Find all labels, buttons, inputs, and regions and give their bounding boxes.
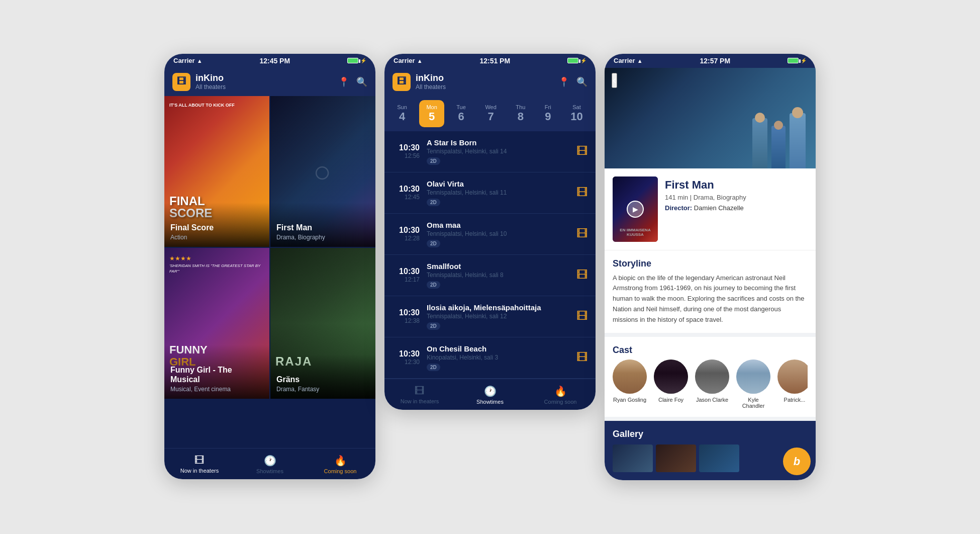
showtime-2[interactable]: 10:30 12:28 Oma maa Tennispalatsi, Helsi… (384, 214, 596, 255)
nav-showtimes-1[interactable]: 🕐 Showtimes (235, 449, 305, 479)
bottom-nav-2: 🎞 Now in theaters 🕐 Showtimes 🔥 Coming s… (384, 379, 596, 410)
movie-hero: ‹ (605, 68, 816, 168)
nav-coming-soon-2[interactable]: 🔥 Coming soon (525, 379, 596, 410)
app-logo-1: 🎞 (172, 73, 190, 91)
app-header-2: 🎞 inKino All theaters 📍 🔍 (384, 68, 596, 96)
battery-bar-3 (788, 58, 799, 63)
location-icon-1[interactable]: 📍 (338, 76, 349, 87)
cast-kyle-chandler[interactable]: Kyle Chandler (736, 360, 770, 409)
storyline-section: Storyline A biopic on the life of the le… (605, 250, 816, 333)
time-2: 12:51 PM (479, 57, 510, 65)
date-thu-8[interactable]: Thu 8 (509, 100, 532, 127)
app-subtitle-2: All theaters (416, 83, 553, 91)
title-grans: Gräns (276, 375, 369, 384)
nav-film-icon-1: 🎞 (194, 455, 205, 466)
gallery-thumb-1[interactable] (613, 444, 653, 472)
movie-grid: IT'S ALL ABOUT TO KICK OFF FINALSCORE Fi… (164, 96, 375, 399)
app-title-group-1: inKino All theaters (195, 73, 333, 91)
title-first-man: First Man (276, 223, 369, 232)
date-sat-10[interactable]: Sat 10 (563, 100, 590, 127)
date-num-5: 5 (429, 110, 435, 123)
showtime-time-4: 10:30 12:38 (393, 308, 420, 324)
nav-now-in-theaters-1[interactable]: 🎞 Now in theaters (164, 449, 235, 479)
movie-card-grans[interactable]: RAJA Gräns Drama, Fantasy (270, 248, 375, 399)
nav-showtimes-2[interactable]: 🕐 Showtimes (455, 379, 525, 410)
search-icon-1[interactable]: 🔍 (356, 76, 367, 87)
status-bar-2: Carrier ▲ 12:51 PM ⚡ (384, 54, 596, 68)
movie-card-funny-girl[interactable]: ★★★★ 'SHERIDAN SMITH IS "THE GREATEST ST… (164, 248, 269, 399)
date-num-6: 6 (458, 110, 464, 123)
date-tue-6[interactable]: Tue 6 (449, 100, 473, 127)
lightning-icon-2: ⚡ (580, 58, 586, 63)
showtime-time-0: 10:30 12:56 (393, 143, 420, 159)
nav-label-coming-1: Coming soon (324, 468, 357, 474)
detail-top: EN IIMMAISENAKUUSSA ▶ First Man 141 min … (613, 176, 808, 242)
name-ryan-gosling: Ryan Gosling (613, 397, 646, 403)
title-funny-girl: Funny Girl - The Musical (170, 365, 263, 384)
wifi-icon-1: ▲ (197, 58, 203, 64)
detail-info: First Man 141 min | Drama, Biography Dir… (665, 176, 808, 212)
play-button[interactable]: ▶ (613, 176, 658, 242)
showtime-time-3: 10:30 12:17 (393, 267, 420, 283)
carrier-1: Carrier ▲ (173, 57, 203, 64)
header-icons-1: 📍 🔍 (338, 76, 367, 87)
nav-flame-icon-2: 🔥 (554, 385, 567, 397)
genre-grans: Drama, Fantasy (276, 386, 369, 393)
gallery-thumb-2[interactable] (656, 444, 696, 472)
tagline-final-score: IT'S ALL ABOUT TO KICK OFF (169, 102, 264, 109)
movie-card-final-score[interactable]: IT'S ALL ABOUT TO KICK OFF FINALSCORE Fi… (164, 96, 269, 247)
overlay-first-man: First Man Drama, Biography (270, 203, 375, 246)
showtime-3[interactable]: 10:30 12:17 Smallfoot Tennispalatsi, Hel… (384, 255, 596, 296)
name-patrick: Patrick... (784, 397, 806, 403)
gallery-grid (613, 444, 808, 472)
showtime-info-1: Olavi Virta Tennispalatsi, Helsinki, sal… (427, 180, 569, 206)
storyline-text: A biopic on the life of the legendary Am… (613, 273, 808, 325)
cast-patrick[interactable]: Patrick... (777, 360, 808, 409)
search-icon-2[interactable]: 🔍 (576, 76, 587, 87)
location-icon-2[interactable]: 📍 (558, 76, 569, 87)
back-button[interactable]: ‹ (612, 73, 617, 88)
cast-heading: Cast (613, 345, 808, 355)
date-num-4: 4 (399, 110, 405, 123)
cast-claire-foy[interactable]: Claire Foy (654, 360, 688, 409)
date-fri-9[interactable]: Fri 9 (538, 100, 558, 127)
showtime-1[interactable]: 10:30 12:45 Olavi Virta Tennispalatsi, H… (384, 172, 596, 214)
time-3: 12:57 PM (700, 57, 730, 65)
app-title-1: inKino (195, 73, 333, 83)
showtime-5[interactable]: 10:30 12:30 On Chesil Beach Kinopalatsi,… (384, 337, 596, 379)
date-num-9: 9 (545, 110, 551, 123)
carrier-3: Carrier ▲ (614, 57, 643, 64)
overlay-grans: Gräns Drama, Fantasy (270, 354, 375, 398)
screen-now-in-theaters: Carrier ▲ 12:45 PM ⚡ 🎞 inKino All theate… (164, 54, 375, 479)
nav-label-coming-2: Coming soon (544, 399, 577, 405)
cast-jason-clarke[interactable]: Jason Clarke (695, 360, 729, 409)
status-bar-1: Carrier ▲ 12:45 PM ⚡ (164, 54, 375, 68)
movie-card-first-man[interactable]: ○ First Man Drama, Biography (270, 96, 375, 247)
time-1: 12:45 PM (259, 57, 290, 65)
screen-movie-detail: Carrier ▲ 12:57 PM ⚡ (605, 54, 816, 481)
gallery-heading: Gallery (613, 429, 808, 439)
showtime-0[interactable]: 10:30 12:56 A Star Is Born Tennispalatsi… (384, 131, 596, 172)
cast-ryan-gosling[interactable]: Ryan Gosling (613, 360, 647, 409)
showtime-4[interactable]: 10:30 12:38 Ilosia aikoja, Mielensäpahoi… (384, 296, 596, 337)
date-sun-4[interactable]: Sun 4 (390, 100, 414, 127)
avatar-patrick (777, 360, 808, 394)
overlay-funny-girl: Funny Girl - The Musical Musical, Event … (164, 345, 269, 398)
date-wed-7[interactable]: Wed 7 (478, 100, 503, 127)
name-jason-clarke: Jason Clarke (696, 397, 728, 403)
date-day-tue: Tue (456, 104, 466, 110)
wifi-icon-2: ▲ (417, 58, 423, 64)
genre-funny-girl: Musical, Event cinema (170, 386, 263, 393)
battery-bar-1 (347, 58, 358, 63)
date-mon-5[interactable]: Mon 5 (419, 100, 444, 127)
screen-showtimes: Carrier ▲ 12:51 PM ⚡ 🎞 inKino All theate… (384, 54, 596, 410)
showtime-info-2: Oma maa Tennispalatsi, Helsinki, sali 10… (427, 221, 569, 247)
detail-section: EN IIMMAISENAKUUSSA ▶ First Man 141 min … (605, 168, 816, 250)
film-icon-0: 🎞 (576, 145, 587, 158)
gallery-thumb-3[interactable] (699, 444, 739, 472)
overlay-final-score: Final Score Action (164, 203, 269, 246)
nav-now-in-theaters-2[interactable]: 🎞 Now in theaters (384, 379, 455, 410)
detail-poster[interactable]: EN IIMMAISENAKUUSSA ▶ (613, 176, 658, 242)
name-kyle-chandler: Kyle Chandler (736, 397, 770, 409)
nav-coming-soon-1[interactable]: 🔥 Coming soon (305, 449, 375, 479)
